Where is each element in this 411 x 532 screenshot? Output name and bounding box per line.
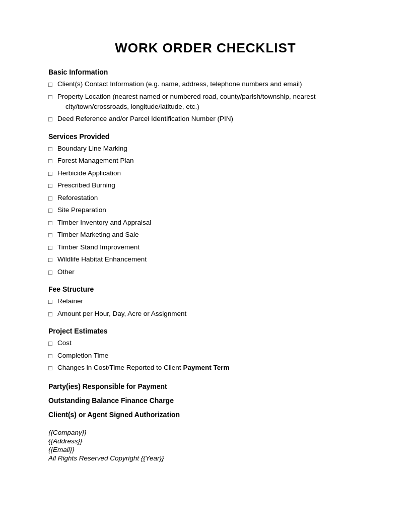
list-item: □ Timber Stand Improvement xyxy=(48,242,363,253)
footer-company: {{Company}} xyxy=(48,429,363,436)
heading-client-signed: Client(s) or Agent Signed Authorization xyxy=(48,411,363,419)
item-text: Prescribed Burning xyxy=(57,180,363,190)
list-item: □ Reforestation xyxy=(48,193,363,204)
item-text: Other xyxy=(57,267,363,277)
footer-email: {{Email}} xyxy=(48,446,363,453)
footer: {{Company}} {{Address}} {{Email}} All Ri… xyxy=(48,429,363,462)
list-item: □ Wildlife Habitat Enhancement xyxy=(48,254,363,265)
checkbox-icon: □ xyxy=(48,243,54,253)
checkbox-icon: □ xyxy=(48,80,54,90)
list-item: □ Timber Marketing and Sale xyxy=(48,230,363,240)
list-item: □ Site Preparation xyxy=(48,205,363,216)
item-text: Completion Time xyxy=(57,351,363,361)
checkbox-icon: □ xyxy=(48,206,54,216)
item-text: Timber Marketing and Sale xyxy=(57,230,363,240)
checkbox-icon: □ xyxy=(48,363,54,373)
checkbox-icon: □ xyxy=(48,218,54,228)
page: WORK ORDER CHECKLIST Basic Information □… xyxy=(0,0,411,532)
checkbox-icon: □ xyxy=(48,181,54,191)
list-item: □ Boundary Line Marking xyxy=(48,144,363,154)
list-item: □ Other xyxy=(48,267,363,278)
section-project-estimates: Project Estimates □ Cost □ Completion Ti… xyxy=(48,327,363,373)
item-text: Cost xyxy=(57,338,363,348)
checkbox-icon: □ xyxy=(48,169,54,179)
item-text: Changes in Cost/Time Reported to Client … xyxy=(57,363,363,373)
checkbox-icon: □ xyxy=(48,351,54,361)
checkbox-icon: □ xyxy=(48,114,54,124)
list-item: □ Retainer xyxy=(48,296,363,307)
list-item: □ Completion Time xyxy=(48,351,363,361)
list-item: □ Amount per Hour, Day, Acre or Assignme… xyxy=(48,309,363,319)
item-text: Timber Stand Improvement xyxy=(57,242,363,252)
item-text: Wildlife Habitat Enhancement xyxy=(57,254,363,264)
heading-outstanding-balance: Outstanding Balance Finance Charge xyxy=(48,396,363,405)
checkbox-icon: □ xyxy=(48,255,54,265)
section-fee-structure: Fee Structure □ Retainer □ Amount per Ho… xyxy=(48,285,363,319)
heading-basic-information: Basic Information xyxy=(48,68,363,76)
checkbox-icon: □ xyxy=(48,339,54,349)
item-text: Property Location (nearest named or numb… xyxy=(57,92,363,112)
item-text: Deed Reference and/or Parcel Identificat… xyxy=(57,114,363,124)
list-item: □ Herbicide Application xyxy=(48,168,363,179)
item-text: Amount per Hour, Day, Acre or Assignment xyxy=(57,309,363,319)
checkbox-icon: □ xyxy=(48,297,54,307)
item-text: Client(s) Contact Information (e.g. name… xyxy=(57,79,363,89)
heading-fee-structure: Fee Structure xyxy=(48,285,363,293)
item-text: Site Preparation xyxy=(57,205,363,215)
checkbox-icon: □ xyxy=(48,268,54,278)
checkbox-icon: □ xyxy=(48,193,54,204)
page-title: WORK ORDER CHECKLIST xyxy=(48,40,363,56)
footer-copyright: All Rights Reserved Copyright {{Year}} xyxy=(48,454,363,462)
list-item: □ Changes in Cost/Time Reported to Clien… xyxy=(48,363,363,373)
heading-services-provided: Services Provided xyxy=(48,132,363,141)
list-item: □ Cost xyxy=(48,338,363,349)
checkbox-icon: □ xyxy=(48,309,54,319)
item-text: Reforestation xyxy=(57,193,363,203)
item-text: Retainer xyxy=(57,296,363,306)
checkbox-icon: □ xyxy=(48,156,54,166)
list-item: □ Prescribed Burning xyxy=(48,180,363,191)
item-text: Herbicide Application xyxy=(57,168,363,178)
checkbox-icon: □ xyxy=(48,144,54,154)
list-item: □ Timber Inventory and Appraisal xyxy=(48,218,363,228)
inline-bold-payment-term: Payment Term xyxy=(183,364,229,371)
item-text: Forest Management Plan xyxy=(57,156,363,166)
item-text: Timber Inventory and Appraisal xyxy=(57,218,363,228)
footer-address: {{Address}} xyxy=(48,437,363,445)
heading-party-responsible: Party(ies) Responsible for Payment xyxy=(48,382,363,390)
list-item: □ Client(s) Contact Information (e.g. na… xyxy=(48,79,363,90)
checkbox-icon: □ xyxy=(48,230,54,240)
section-services-provided: Services Provided □ Boundary Line Markin… xyxy=(48,132,363,278)
list-item: □ Property Location (nearest named or nu… xyxy=(48,92,363,112)
list-item: □ Forest Management Plan xyxy=(48,156,363,166)
heading-project-estimates: Project Estimates xyxy=(48,327,363,335)
checkbox-icon: □ xyxy=(48,92,54,102)
section-basic-information: Basic Information □ Client(s) Contact In… xyxy=(48,68,363,124)
list-item: □ Deed Reference and/or Parcel Identific… xyxy=(48,114,363,124)
item-text: Boundary Line Marking xyxy=(57,144,363,154)
